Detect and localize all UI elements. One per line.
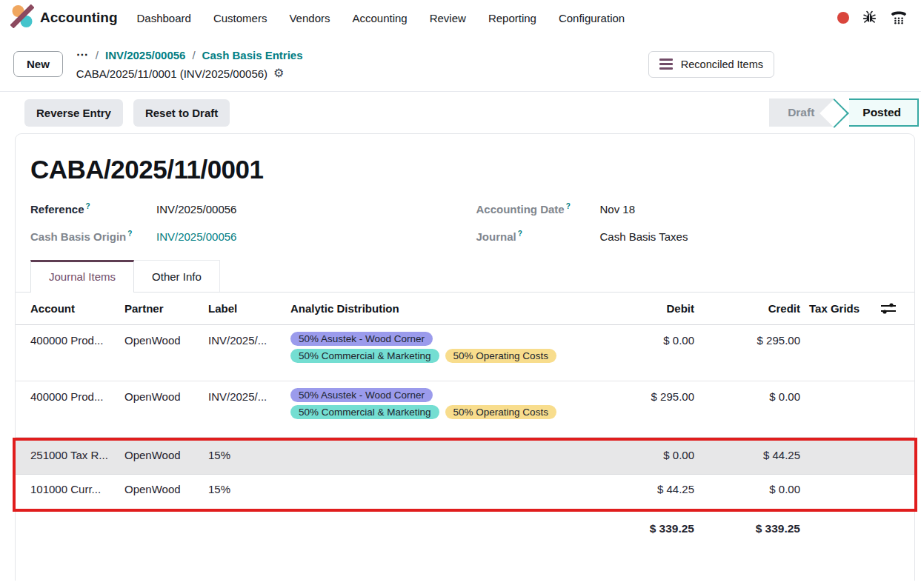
optional-columns-icon[interactable] [862,293,914,324]
breadcrumb-link-cash-basis-entries[interactable]: Cash Basis Entries [202,47,303,64]
reset-to-draft-button[interactable]: Reset to Draft [133,99,230,127]
help-icon: ? [566,202,571,210]
table-totals-row: $ 339.25 $ 339.25 [16,512,914,537]
nav-item-vendors[interactable]: Vendors [289,12,330,24]
cash-basis-origin-field[interactable]: INV/2025/00056 [156,230,454,243]
breadcrumb-separator: / [192,47,195,64]
cell-debit: $ 44.25 [626,475,694,509]
journal-field[interactable]: Cash Basis Taxes [600,230,900,243]
breadcrumb-current-record: CABA/2025/11/0001 (INV/2025/00056) [76,65,267,82]
nav-item-accounting[interactable]: Accounting [352,12,407,24]
page-title: CABA/2025/11/0001 [16,134,914,184]
status-posted[interactable]: Posted [849,98,919,127]
top-navbar: Accounting Dashboard Customers Vendors A… [0,0,921,36]
reconciled-items-label: Reconciled Items [681,59,763,70]
total-debit: $ 339.25 [626,513,694,535]
app-name: Accounting [40,10,118,26]
cell-partner: OpenWood [124,325,208,381]
bug-icon[interactable] [862,9,877,27]
analytic-tag[interactable]: 50% Commercial & Marketing [290,349,439,363]
form-sheet: CABA/2025/11/0001 Reference? INV/2025/00… [15,133,915,581]
cell-analytic-distribution: 50% Asustek - Wood Corner 50% Commercial… [290,381,626,437]
cell-debit: $ 295.00 [626,381,694,437]
nav-item-configuration[interactable]: Configuration [559,12,625,24]
analytic-tag[interactable]: 50% Operating Costs [445,349,556,363]
analytic-tag[interactable]: 50% Asustek - Wood Corner [290,332,433,346]
cell-credit: $ 295.00 [694,325,800,381]
cell-account: 400000 Prod... [16,325,124,381]
cell-label: INV/2025/... [208,325,290,381]
accounting-date-label: Accounting Date? [476,202,600,216]
column-account[interactable]: Account [16,293,124,324]
status-arrow-icon [834,98,849,127]
cell-credit: $ 44.25 [694,441,800,474]
cell-tax-grids [800,441,862,474]
reference-field[interactable]: INV/2025/00056 [156,203,454,216]
cell-account: 251000 Tax R... [16,441,124,474]
nav-item-review[interactable]: Review [430,12,466,24]
main-menu: Dashboard Customers Vendors Accounting R… [137,12,625,24]
record-indicator-icon[interactable] [837,12,849,24]
gear-icon[interactable]: ⚙ [273,67,284,79]
reference-label: Reference? [30,202,156,216]
column-debit[interactable]: Debit [626,293,694,324]
analytic-tag[interactable]: 50% Asustek - Wood Corner [290,388,433,402]
tab-journal-items[interactable]: Journal Items [30,260,134,293]
cell-analytic-distribution: 50% Asustek - Wood Corner 50% Commercial… [290,325,626,381]
analytic-tag[interactable]: 50% Commercial & Marketing [290,405,439,419]
help-icon: ? [518,230,522,238]
total-credit: $ 339.25 [694,513,800,535]
table-header: Account Partner Label Analytic Distribut… [16,293,914,325]
breadcrumb: ⋯ / INV/2025/00056 / Cash Basis Entries … [76,46,303,82]
breadcrumb-link-invoice[interactable]: INV/2025/00056 [105,47,185,64]
accounting-app-icon [10,4,34,31]
list-bars-icon [659,59,673,70]
reconciled-items-button[interactable]: Reconciled Items [648,51,774,78]
reverse-entry-button[interactable]: Reverse Entry [24,99,123,127]
notebook-tabs: Journal Items Other Info [16,260,914,293]
form-fields: Reference? INV/2025/00056 Cash Basis Ori… [16,184,914,257]
table-row[interactable]: 251000 Tax R... OpenWood 15% $ 0.00 $ 44… [16,441,914,475]
column-label[interactable]: Label [208,293,290,324]
column-partner[interactable]: Partner [124,293,208,324]
cell-partner: OpenWood [124,441,208,474]
cell-debit: $ 0.00 [626,441,694,474]
breadcrumb-separator: / [96,47,99,64]
form-action-bar: Reverse Entry Reset to Draft Draft Poste… [0,91,921,133]
table-row[interactable]: 400000 Prod... OpenWood INV/2025/... 50%… [16,325,914,381]
nav-item-customers[interactable]: Customers [213,12,267,24]
new-button[interactable]: New [13,51,63,77]
cell-analytic-distribution [290,441,626,474]
cell-account: 101000 Curr... [16,475,124,509]
cash-basis-origin-label: Cash Basis Origin? [30,230,156,243]
cell-tax-grids [800,381,862,437]
phone-icon[interactable] [890,8,908,27]
cell-label: 15% [208,475,290,509]
analytic-tag[interactable]: 50% Operating Costs [445,405,556,419]
cell-partner: OpenWood [124,475,208,509]
cell-partner: OpenWood [124,381,208,437]
cell-account: 400000 Prod... [16,381,124,437]
breadcrumb-section: New ⋯ / INV/2025/00056 / Cash Basis Entr… [0,36,921,91]
cell-analytic-distribution [290,475,626,509]
cell-credit: $ 0.00 [694,475,800,509]
help-icon: ? [127,230,132,238]
column-analytic-distribution[interactable]: Analytic Distribution [290,293,626,324]
table-row[interactable]: 400000 Prod... OpenWood INV/2025/... 50%… [16,381,914,438]
cell-debit: $ 0.00 [626,325,694,381]
table-row[interactable]: 101000 Curr... OpenWood 15% $ 44.25 $ 0.… [16,475,914,509]
breadcrumb-ellipsis-menu[interactable]: ⋯ [76,46,89,64]
help-icon: ? [86,202,90,210]
nav-item-reporting[interactable]: Reporting [488,12,536,24]
red-highlight-annotation: 251000 Tax R... OpenWood 15% $ 0.00 $ 44… [13,438,917,512]
column-tax-grids[interactable]: Tax Grids [800,293,862,324]
cell-tax-grids [800,475,862,509]
tab-other-info[interactable]: Other Info [134,260,220,292]
nav-item-dashboard[interactable]: Dashboard [137,12,191,24]
cell-credit: $ 0.00 [694,381,800,437]
cell-tax-grids [800,325,862,381]
accounting-date-field[interactable]: Nov 18 [600,203,900,216]
journal-label: Journal? [476,230,600,243]
app-brand[interactable]: Accounting [10,4,118,31]
column-credit[interactable]: Credit [694,293,800,324]
